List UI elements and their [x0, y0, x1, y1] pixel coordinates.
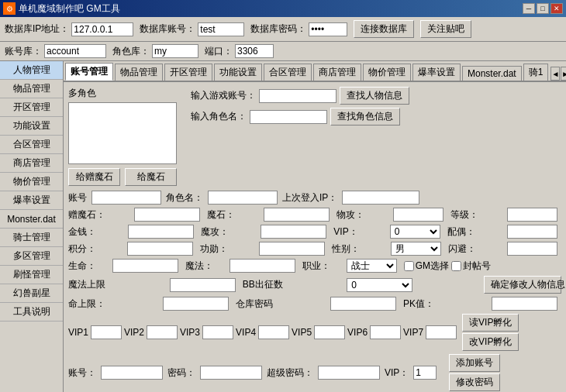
db-ip-group: 数据库IP地址： — [5, 22, 133, 36]
maximize-button[interactable]: □ — [537, 3, 549, 14]
second-bar: 账号库： 角色库： 端口： — [0, 42, 566, 61]
bottom-account-input[interactable] — [101, 366, 163, 380]
sidebar-item-baolv[interactable]: 爆率设置 — [0, 191, 63, 210]
job-select[interactable]: 战士法师道士 — [347, 259, 397, 273]
search-account-label: 输入游戏账号： — [191, 89, 256, 102]
bb-level-select[interactable]: 01 — [347, 278, 412, 292]
tab-droprate[interactable]: 爆率设置 — [412, 64, 461, 81]
change-vip-button[interactable]: 改VIP孵化 — [462, 333, 519, 351]
tab-monsterdat[interactable]: Monster.dat — [462, 66, 522, 81]
sidebar-item-renwu[interactable]: 人物管理 — [0, 61, 63, 80]
max-hp-input[interactable] — [163, 297, 229, 311]
role-name-input[interactable] — [208, 191, 278, 205]
bottom-pwd-input[interactable] — [200, 366, 262, 380]
gift-stones-label: 赠魔石： — [68, 208, 131, 222]
job-label: 职业： — [302, 260, 343, 273]
title-bar-left: ⚙ 单机魔域制作吧 GM工具 — [3, 2, 120, 15]
account-field-input[interactable] — [91, 191, 161, 205]
search-account-button[interactable]: 查找人物信息 — [340, 87, 409, 105]
account-db-label: 账号库： — [5, 45, 42, 58]
gift-stone-button[interactable]: 给赠魔石 — [68, 168, 120, 186]
search-account-input[interactable] — [259, 89, 336, 103]
sidebar-item-shangdian[interactable]: 商店管理 — [0, 154, 63, 173]
close-button[interactable]: ✕ — [550, 3, 563, 14]
bottom-super-pwd-label: 超级密码： — [267, 366, 313, 380]
magic2-input[interactable] — [230, 259, 295, 273]
seal-checkbox[interactable] — [451, 261, 461, 271]
db-account-group: 数据库账号： — [140, 22, 244, 36]
gift-stone2-button[interactable]: 给魔石 — [125, 168, 177, 186]
vip4-input[interactable] — [258, 325, 289, 339]
bottom-vip-input[interactable] — [413, 366, 437, 380]
read-vip-button[interactable]: 读VIP孵化 — [462, 314, 519, 332]
close-tieba-button[interactable]: 关注贴吧 — [420, 20, 471, 38]
magic-atk-input[interactable] — [261, 225, 326, 239]
sidebar-item-hequ[interactable]: 合区管理 — [0, 136, 63, 154]
role-db-input[interactable] — [152, 44, 198, 58]
gold-input[interactable] — [128, 225, 194, 239]
sidebar-item-gongneng[interactable]: 功能设置 — [0, 117, 63, 136]
tab-knight[interactable]: 骑1 — [523, 64, 549, 81]
sidebar-item-duoqu[interactable]: 多区管理 — [0, 247, 63, 266]
sidebar-item-monster[interactable]: Monster.dat — [0, 210, 63, 229]
stats-grid-4: 生命： 魔法： 职业： 战士法师道士 GM选择 封帖号 — [68, 259, 561, 273]
vip-select[interactable]: 012 — [390, 225, 440, 239]
sidebar-item-tools[interactable]: 工具说明 — [0, 303, 63, 322]
tab-prev-button[interactable]: ◄ — [550, 67, 560, 81]
vip7-input[interactable] — [426, 325, 457, 339]
score-input[interactable] — [127, 242, 193, 256]
port-input[interactable] — [235, 44, 274, 58]
tab-next-button[interactable]: ► — [561, 67, 566, 81]
max-magic-input[interactable] — [170, 278, 236, 292]
tab-settings[interactable]: 功能设置 — [214, 64, 262, 81]
confirm-modify-button[interactable]: 确定修改人物信息 — [484, 276, 561, 294]
search-role-input[interactable] — [250, 110, 327, 124]
port-group: 端口： — [205, 44, 274, 58]
store-pwd-input[interactable] — [330, 297, 396, 311]
spouse-input[interactable] — [507, 225, 557, 239]
hp-input[interactable] — [112, 259, 178, 273]
account-db-input[interactable] — [44, 44, 106, 58]
add-account-button[interactable]: 添加账号 — [449, 354, 500, 372]
vip3-input[interactable] — [202, 325, 233, 339]
vip2-input[interactable] — [147, 325, 178, 339]
vip1-input[interactable] — [91, 325, 122, 339]
tab-shop[interactable]: 商店管理 — [313, 64, 361, 81]
pk-input[interactable] — [492, 297, 557, 311]
tab-price[interactable]: 物价管理 — [363, 64, 411, 81]
change-pwd-button[interactable]: 修改密码 — [449, 373, 500, 391]
db-ip-input[interactable] — [71, 22, 133, 36]
role-db-label: 角色库： — [112, 45, 150, 58]
multi-char-textarea[interactable] — [68, 102, 177, 164]
tab-account[interactable]: 账号管理 — [65, 63, 113, 81]
sidebar-item-shuaguai[interactable]: 刷怪管理 — [0, 266, 63, 284]
sidebar-item-kaiqu[interactable]: 开区管理 — [0, 98, 63, 117]
gender-select[interactable]: 男女 — [391, 242, 441, 256]
tab-mergezone[interactable]: 合区管理 — [264, 64, 312, 81]
vip5-input[interactable] — [314, 325, 345, 339]
bottom-vip-label: VIP： — [385, 366, 409, 380]
magic-stone-input[interactable] — [264, 208, 330, 222]
merit-input[interactable] — [259, 242, 325, 256]
role-db-group: 角色库： — [112, 44, 198, 58]
tab-openzone[interactable]: 开区管理 — [164, 64, 212, 81]
search-role-button[interactable]: 查找角色信息 — [330, 108, 400, 126]
phy-atk-input[interactable] — [393, 208, 443, 222]
sidebar-item-wupin[interactable]: 物品管理 — [0, 80, 63, 98]
db-password-input[interactable] — [309, 22, 347, 36]
tab-items[interactable]: 物品管理 — [115, 64, 163, 81]
gm-select-checkbox[interactable] — [404, 261, 414, 271]
sidebar-item-wujia[interactable]: 物价管理 — [0, 173, 63, 191]
sidebar-item-qishi[interactable]: 骑士管理 — [0, 229, 63, 247]
sidebar-item-huanshou[interactable]: 幻兽副星 — [0, 284, 63, 303]
level-input[interactable] — [507, 208, 557, 222]
pk-label: PK值： — [403, 297, 488, 311]
connect-db-button[interactable]: 连接数据库 — [354, 20, 414, 38]
flash-input[interactable] — [507, 242, 557, 256]
last-login-ip-input[interactable] — [342, 191, 419, 205]
minimize-button[interactable]: ─ — [523, 3, 535, 14]
vip6-input[interactable] — [370, 325, 401, 339]
bottom-super-pwd-input[interactable] — [318, 366, 380, 380]
gift-stones-input[interactable] — [134, 208, 200, 222]
db-account-input[interactable] — [198, 22, 244, 36]
